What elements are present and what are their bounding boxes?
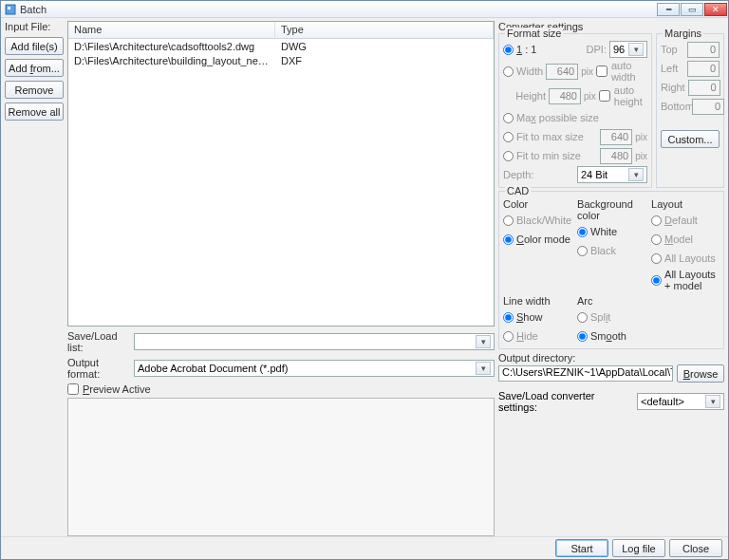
margin-right-input[interactable]: [688, 80, 720, 96]
table-header: Name Type: [68, 22, 494, 39]
linewidth-show-radio[interactable]: Show: [503, 311, 543, 323]
fit-max-radio[interactable]: Fit to max size: [503, 131, 584, 142]
remove-all-button[interactable]: Remove all: [5, 103, 64, 121]
add-from-button[interactable]: Add from...: [5, 59, 64, 77]
svg-rect-1: [8, 7, 10, 9]
bg-white-radio[interactable]: White: [577, 226, 617, 237]
close-button[interactable]: ✕: [704, 3, 727, 16]
margin-top-input[interactable]: [687, 42, 720, 58]
custom-size-radio[interactable]: [503, 66, 514, 77]
settings-column: Converter settings Format size 1 : 1 DPI…: [498, 21, 724, 536]
preview-active-checkbox[interactable]: Preview Active: [67, 383, 151, 395]
middle-column: Name Type D:\Files\Architecture\cadsoftt…: [67, 21, 495, 536]
file-table[interactable]: Name Type D:\Files\Architecture\cadsoftt…: [67, 21, 495, 327]
linewidth-hide-radio[interactable]: Hide: [503, 330, 538, 342]
output-format-row: Output format: Adobe Acrobat Document (*…: [67, 357, 495, 380]
bg-black-radio[interactable]: Black: [577, 245, 616, 256]
depth-label: Depth:: [503, 169, 535, 180]
auto-width-check[interactable]: auto width: [596, 60, 647, 83]
ratio-1-1-radio[interactable]: 1 : 1: [503, 44, 536, 55]
start-button[interactable]: Start: [555, 539, 608, 557]
margins-title: Margins: [663, 28, 703, 39]
arc-split-radio[interactable]: Split: [577, 311, 610, 323]
titlebar[interactable]: Batch ━ ▭ ✕: [1, 1, 728, 18]
table-row[interactable]: D:\Files\Architecture\cadsofttools2.dwg …: [68, 39, 494, 53]
fit-min-radio[interactable]: Fit to min size: [503, 150, 581, 161]
col-name[interactable]: Name: [68, 22, 275, 38]
fit-min-input[interactable]: [600, 148, 632, 164]
depth-select[interactable]: 24 Bit: [577, 166, 647, 183]
cad-bg-header: Background color: [577, 198, 645, 221]
dpi-label: DPI:: [576, 44, 607, 55]
save-load-settings-label: Save/Load converter settings:: [498, 390, 633, 413]
margins-group: Margins Top Left Right Bottom Custom...: [656, 33, 724, 188]
table-row[interactable]: D:\Files\Architecture\building_layout_ne…: [68, 53, 494, 67]
black-white-radio[interactable]: Black/White: [503, 215, 571, 226]
output-format-select[interactable]: Adobe Acrobat Document (*.pdf): [134, 360, 495, 377]
arc-smooth-radio[interactable]: Smooth: [577, 330, 626, 342]
cad-group: CAD Color Black/White Color mode Backgro…: [498, 191, 724, 349]
cad-color-header: Color: [503, 198, 571, 210]
output-dir-input[interactable]: C:\Users\REZNIK~1\AppData\Local\Temp\ABV…: [498, 365, 673, 382]
margin-bottom-input[interactable]: [692, 99, 724, 115]
color-mode-radio[interactable]: Color mode: [503, 233, 570, 245]
left-button-column: Input File: Add file(s) Add from... Remo…: [5, 21, 64, 536]
cad-layout-header: Layout: [651, 198, 720, 210]
dpi-select[interactable]: 96: [609, 41, 647, 58]
fit-max-input[interactable]: [600, 129, 632, 145]
save-load-list-select[interactable]: [134, 333, 495, 350]
output-dir-label: Output directory:: [498, 352, 724, 364]
cad-linewidth-header: Line width: [503, 295, 571, 307]
cad-arc-header: Arc: [577, 295, 645, 307]
table-body: D:\Files\Architecture\cadsofttools2.dwg …: [68, 39, 494, 326]
input-file-label: Input File:: [5, 21, 64, 32]
layout-default-radio[interactable]: Default: [651, 215, 698, 226]
height-input[interactable]: [549, 88, 581, 104]
remove-button[interactable]: Remove: [5, 81, 64, 99]
preview-active-input[interactable]: [67, 383, 79, 395]
close-dialog-button[interactable]: Close: [669, 539, 722, 557]
window-title: Batch: [20, 4, 657, 15]
col-type[interactable]: Type: [275, 22, 494, 38]
app-icon: [5, 4, 16, 15]
preview-pane: [67, 398, 495, 536]
add-files-button[interactable]: Add file(s): [5, 37, 64, 55]
preview-active-row: Preview Active: [67, 383, 495, 395]
batch-window: Batch ━ ▭ ✕ Input File: Add file(s) Add …: [0, 0, 729, 560]
height-label: Height: [515, 90, 546, 102]
save-load-list-label: Save/Load list:: [67, 330, 130, 353]
layout-all-model-radio[interactable]: All Layouts + model: [651, 269, 720, 291]
layout-model-radio[interactable]: Model: [651, 233, 693, 245]
log-file-button[interactable]: Log file: [612, 539, 665, 557]
max-possible-radio[interactable]: Max possible size: [503, 112, 599, 123]
cad-title: CAD: [505, 185, 531, 196]
custom-margins-button[interactable]: Custom...: [661, 130, 720, 148]
output-format-label: Output format:: [67, 357, 130, 380]
save-load-settings-select[interactable]: <default>: [637, 393, 724, 410]
format-size-title: Format size: [505, 28, 563, 39]
maximize-button[interactable]: ▭: [681, 3, 703, 16]
margin-left-input[interactable]: [687, 61, 720, 77]
layout-all-radio[interactable]: All Layouts: [651, 252, 716, 264]
width-input[interactable]: [546, 64, 578, 80]
auto-height-check[interactable]: auto height: [599, 84, 647, 107]
content-area: Input File: Add file(s) Add from... Remo…: [1, 18, 728, 536]
width-label: Width: [516, 65, 543, 77]
minimize-button[interactable]: ━: [657, 3, 680, 16]
browse-button[interactable]: Browse: [677, 364, 724, 383]
save-load-list-row: Save/Load list:: [67, 330, 495, 353]
footer: Start Log file Close: [1, 536, 728, 559]
format-size-group: Format size 1 : 1 DPI: 96 Width pix: [498, 33, 652, 188]
